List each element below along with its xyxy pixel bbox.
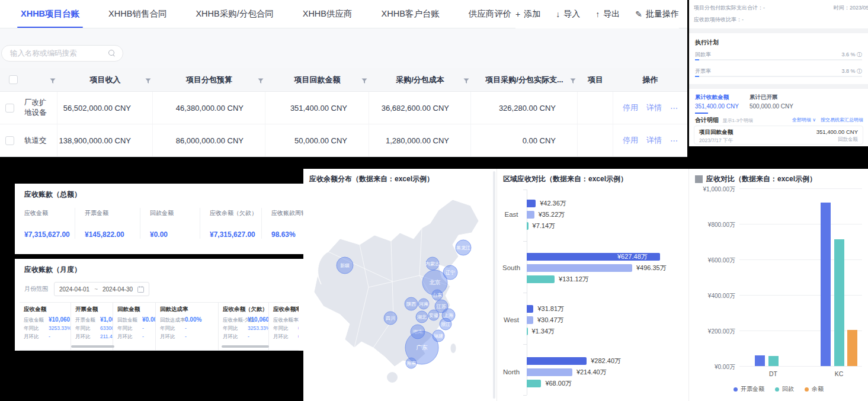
projects-table: 项目收入项目分包预算项目回款金额采购/分包成本项目采购/分包实际支...项目操作… — [0, 68, 687, 157]
plan-item-2-value: 3.8 % ⓘ — [841, 68, 862, 75]
tab-XHHB销售合同[interactable]: XHHB销售合同 — [108, 0, 166, 28]
monthly-row-label: 年同比 — [75, 324, 100, 332]
action-⋯[interactable]: ⋯ — [670, 136, 678, 145]
monthly-row-label: 应收余额率 — [273, 316, 298, 324]
monthly-card-title: 回款达成率 — [160, 306, 214, 313]
column-header-项目采购/分包实际支...: 项目采购/分包实际支... — [471, 68, 578, 91]
filter-icon[interactable] — [361, 77, 367, 86]
row-checkbox[interactable] — [5, 136, 14, 145]
amount-cell: 56,502,000.00 CNY — [57, 92, 153, 124]
monthly-card-title: 应收金额 — [24, 306, 66, 313]
tab-XHHB供应商[interactable]: XHHB供应商 — [303, 0, 353, 28]
group-by-link[interactable]: 按交易线索汇总明细 — [821, 117, 863, 123]
filter-icon[interactable] — [258, 77, 264, 86]
action-详情[interactable]: 详情 — [646, 135, 662, 146]
map-bubble-陕西: 陕西 — [405, 297, 418, 310]
bar-value-label: ¥35.22万 — [539, 211, 565, 219]
info-icon[interactable]: ⓘ — [857, 68, 862, 74]
select-all-checkbox[interactable] — [9, 75, 18, 84]
table-row: 厂改扩地设备56,502,000.00 CNY46,380,000.00 CNY… — [0, 92, 687, 124]
map-chart-panel: 应收余额分布（数据来自：excel示例） 新疆黑龙江内蒙古辽宁北京山东陕西河南江… — [303, 169, 497, 401]
search-input[interactable] — [10, 49, 108, 57]
toolbar-button-导入[interactable]: ↓导入 — [556, 9, 580, 20]
legend-item-开票金额[interactable]: 开票金额 — [734, 385, 764, 393]
action-详情[interactable]: 详情 — [646, 102, 662, 113]
axis-tick — [523, 241, 527, 242]
svg-text:山东: 山东 — [433, 293, 442, 298]
monthly-card-row: 月环比211.46%▲ — [75, 332, 108, 341]
h-scrollbar[interactable] — [71, 345, 114, 348]
svg-text:四川: 四川 — [386, 316, 395, 321]
amount-cell: 0.00 CNY — [471, 124, 578, 156]
detail-tab-received[interactable]: 累计收款金额 351,400.00 CNY — [695, 94, 739, 114]
filter-icon[interactable] — [463, 77, 469, 86]
receivables-summary-card: 应收账款（总额） 应收金额¥7,315,627.00开票金额¥145,822.0… — [15, 184, 303, 254]
detail-tab-invoiced[interactable]: 累计已开票 500,000.00 CNY — [750, 94, 793, 110]
axis-tick — [523, 344, 527, 345]
plan-item-2-progress — [695, 76, 862, 77]
monthly-row-value: ¥1,006.00 — [100, 316, 113, 324]
filter-icon[interactable] — [145, 77, 151, 86]
top-header: XHHB项目台账XHHB销售合同XHHB采购/分包合同XHHB供应商XHHB客户… — [0, 0, 687, 28]
project-cell — [578, 92, 613, 124]
legend-label: 开票金额 — [741, 385, 764, 393]
tab-XHHB采购/分包合同[interactable]: XHHB采购/分包合同 — [196, 0, 273, 28]
summary-stat-value: 98.63% — [271, 230, 303, 239]
bar-value-label: ¥131.12万 — [559, 275, 589, 283]
tab-XHHB项目台账[interactable]: XHHB项目台账 — [21, 0, 79, 28]
bar-West-余额 — [527, 328, 528, 335]
monthly-card-row: 月环比- — [160, 332, 214, 341]
legend-label: 回款 — [782, 385, 794, 393]
monthly-card-row: 月环比- — [24, 332, 66, 341]
project-name-cell: 厂改扩地设备 — [21, 92, 57, 124]
table-body: 厂改扩地设备56,502,000.00 CNY46,380,000.00 CNY… — [0, 92, 687, 157]
monthly-row-label: 回款金额 — [117, 316, 142, 324]
map-bubble-浙江: 浙江 — [440, 318, 451, 330]
h-scrollbar[interactable] — [222, 345, 269, 348]
legend-item-回款[interactable]: 回款 — [775, 385, 794, 393]
monthly-row-value: - — [49, 332, 50, 341]
toolbar-button-添加[interactable]: +添加 — [515, 9, 540, 20]
action-⋯[interactable]: ⋯ — [670, 104, 678, 113]
tab-供应商评价[interactable]: 供应商评价 — [469, 0, 512, 28]
amount-cell: 138,900,000.00 CNY — [57, 124, 153, 156]
region-bar-chart-panel: 区域应收对比（数据来自：excel示例） East¥42.36万¥35.22万¥… — [497, 169, 688, 401]
action-停用[interactable]: 停用 — [623, 102, 638, 113]
row-checkbox[interactable] — [5, 104, 14, 113]
info-icon[interactable]: ⓘ — [857, 52, 862, 57]
table-row: 轨道交138,900,000.00 CNY86,000,000.00 CNY50… — [0, 124, 687, 157]
legend-dot — [734, 387, 738, 392]
category-label-KC: KC — [827, 370, 851, 377]
action-停用[interactable]: 停用 — [623, 135, 638, 146]
legend-item-余额[interactable]: 余额 — [805, 385, 824, 393]
amount-cell: 86,000,000.00 CNY — [153, 124, 265, 156]
detail-list-item[interactable]: 项目回款金额 2023/7/17 下午 351,400.00 CNY 回款金额 — [694, 126, 863, 145]
monthly-row-label: 月环比 — [160, 332, 185, 341]
amount-cell: 326,280.00 CNY — [471, 92, 578, 124]
search-icon[interactable] — [108, 50, 116, 57]
filter-icon[interactable] — [50, 77, 56, 86]
date-range-picker[interactable]: 2024-04-01 ~ 2024-04-30 — [54, 282, 149, 296]
monthly-card-row: 月环比- — [117, 332, 151, 341]
toolbar-button-导出[interactable]: ↑导出 — [595, 9, 620, 20]
bar-West-回款 — [527, 316, 533, 324]
bar-KC-回款 — [834, 239, 844, 367]
search-box[interactable] — [1, 45, 123, 62]
tab-XHHB客户台账[interactable]: XHHB客户台账 — [382, 0, 440, 28]
filter-icon[interactable] — [570, 77, 576, 86]
all-details-dropdown[interactable]: 全部明细 ∨ — [792, 117, 816, 123]
detail-panel: 项目分包付款实际支出合计：- 时间：2023/05/05 应收款项待收比率：- … — [689, 0, 868, 146]
summary-stat-label: 应收账款周转率 ⓘ — [271, 209, 303, 217]
y-tick-label: ¥200.00万 — [691, 328, 735, 336]
bar-value-label: ¥68.00万 — [545, 380, 572, 387]
bar-East-余额 — [527, 222, 529, 230]
svg-text:上海: 上海 — [443, 313, 453, 318]
summary-stat-label: 应收余额（欠款） — [210, 209, 261, 217]
monthly-row-label: 年同比 — [223, 324, 248, 332]
bar-North-余额 — [527, 380, 541, 387]
bar-value-label: ¥31.81万 — [537, 305, 564, 313]
toolbar-button-批量操作[interactable]: ✎批量操作 — [635, 9, 679, 20]
v-scrollbar[interactable] — [493, 171, 495, 399]
category-label-East: East — [498, 211, 524, 218]
monthly-row-value: ¥0.00 — [142, 316, 156, 324]
